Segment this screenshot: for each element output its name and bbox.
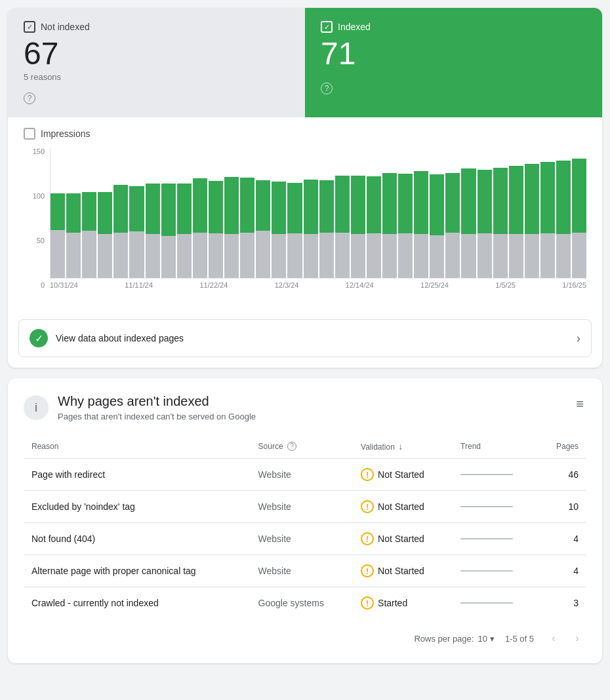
bar-green xyxy=(398,174,413,233)
rows-select[interactable]: 10 ▾ xyxy=(478,634,494,644)
y-label-50: 50 xyxy=(37,237,47,244)
cell-validation: !Not Started xyxy=(353,555,453,587)
table-row: Not found (404)Website!Not Started4 xyxy=(24,523,586,555)
indexed-label: Indexed xyxy=(338,22,371,32)
bar-green xyxy=(304,180,318,234)
bar-green xyxy=(461,168,476,234)
bar-gray xyxy=(304,234,318,278)
bar-gray xyxy=(351,234,365,278)
bar-group xyxy=(509,147,523,278)
cell-pages: 46 xyxy=(539,459,586,491)
page-nav: ‹ › xyxy=(544,629,586,648)
cell-pages: 10 xyxy=(539,491,586,523)
cell-source: Website xyxy=(251,555,354,587)
source-help-icon[interactable]: ? xyxy=(287,442,296,451)
table-row: Excluded by 'noindex' tagWebsite!Not Sta… xyxy=(24,491,586,523)
y-label-0: 0 xyxy=(41,281,47,289)
bar-gray xyxy=(335,233,350,278)
trend-line xyxy=(460,570,513,572)
rows-per-page-value: 10 xyxy=(478,634,487,644)
bar-green xyxy=(193,178,207,233)
chart-area: 150 100 50 0 10/31/24 11/11/24 11/22/24 … xyxy=(24,147,586,309)
x-label-4: 12/3/24 xyxy=(275,281,299,289)
rows-per-page: Rows per page: 10 ▾ xyxy=(414,634,495,644)
cell-pages: 4 xyxy=(539,523,586,555)
col-pages: Pages xyxy=(539,435,586,459)
bar-green xyxy=(351,176,365,234)
trend-line xyxy=(460,506,513,507)
bar-group xyxy=(304,147,318,278)
bar-group xyxy=(478,147,492,278)
bar-green xyxy=(272,182,286,234)
indexed-help-icon[interactable]: ? xyxy=(321,83,333,94)
not-indexed-header: ✓ Not indexed xyxy=(24,21,289,33)
bar-green xyxy=(98,192,112,234)
bar-gray xyxy=(398,233,413,278)
table-row: Crawled - currently not indexedGoogle sy… xyxy=(24,587,586,619)
x-labels: 10/31/24 11/11/24 11/22/24 12/3/24 12/14… xyxy=(50,281,586,289)
bar-green xyxy=(177,184,192,234)
cell-reason: Excluded by 'noindex' tag xyxy=(24,491,251,523)
col-trend: Trend xyxy=(453,435,539,459)
bar-green xyxy=(382,173,397,234)
bar-gray xyxy=(82,231,96,278)
col-validation[interactable]: Validation ↓ xyxy=(353,435,453,459)
view-data-check-icon: ✓ xyxy=(30,329,48,347)
bar-gray xyxy=(129,231,144,278)
cell-reason: Not found (404) xyxy=(24,523,251,555)
cell-pages: 3 xyxy=(539,587,586,619)
bar-group xyxy=(224,147,239,278)
bar-gray xyxy=(430,235,444,278)
table-body: Page with redirectWebsite!Not Started46E… xyxy=(24,459,586,619)
bar-gray xyxy=(66,233,81,278)
not-indexed-check-icon: ✓ xyxy=(24,21,35,33)
bar-green xyxy=(572,159,586,233)
chevron-right-icon: › xyxy=(577,332,580,345)
cell-source: Website xyxy=(251,523,354,555)
bar-gray xyxy=(113,233,128,278)
bar-gray xyxy=(493,234,508,278)
bar-group xyxy=(82,147,96,278)
bar-gray xyxy=(272,234,286,278)
bar-gray xyxy=(224,234,239,278)
y-axis-labels: 150 100 50 0 xyxy=(24,147,47,289)
warning-icon: ! xyxy=(361,596,374,610)
bar-group xyxy=(272,147,286,278)
cell-validation: !Not Started xyxy=(353,491,453,523)
bar-gray xyxy=(209,233,223,278)
bar-group xyxy=(287,147,302,278)
bar-green xyxy=(146,184,160,234)
cell-validation: !Not Started xyxy=(353,459,453,491)
next-page-button[interactable]: › xyxy=(568,629,586,648)
warning-icon: ! xyxy=(361,532,374,545)
table-row: Alternate page with proper canonical tag… xyxy=(24,555,586,587)
impressions-row: Impressions xyxy=(24,128,586,140)
indexed-box: ✓ Indexed 71 ? xyxy=(305,8,602,117)
bar-gray xyxy=(478,233,492,278)
x-label-3: 11/22/24 xyxy=(199,281,228,289)
not-indexed-help-icon[interactable]: ? xyxy=(24,92,35,104)
bar-group xyxy=(129,147,144,278)
view-data-row[interactable]: ✓ View data about indexed pages › xyxy=(18,319,592,357)
x-label-6: 12/25/24 xyxy=(420,281,449,289)
cell-reason: Crawled - currently not indexed xyxy=(24,587,251,619)
bar-green xyxy=(256,180,270,231)
bar-group xyxy=(367,147,381,278)
validation-status: Not Started xyxy=(378,534,424,544)
bar-green xyxy=(430,174,444,235)
filter-icon[interactable]: ≡ xyxy=(573,394,586,414)
bar-group xyxy=(240,147,254,278)
bar-group xyxy=(146,147,160,278)
impressions-label: Impressions xyxy=(41,128,90,139)
cell-source: Google systems xyxy=(251,587,354,619)
bar-green xyxy=(113,185,128,233)
cell-reason: Alternate page with proper canonical tag xyxy=(24,555,251,587)
col-reason: Reason xyxy=(24,435,251,459)
bar-green xyxy=(82,192,96,231)
bar-group xyxy=(461,147,476,278)
prev-page-button[interactable]: ‹ xyxy=(544,629,563,648)
indexed-check-icon: ✓ xyxy=(321,21,333,33)
bar-gray xyxy=(287,233,302,278)
why-not-indexed-section: i Why pages aren't indexed Pages that ar… xyxy=(8,378,602,663)
impressions-checkbox[interactable] xyxy=(24,128,35,140)
